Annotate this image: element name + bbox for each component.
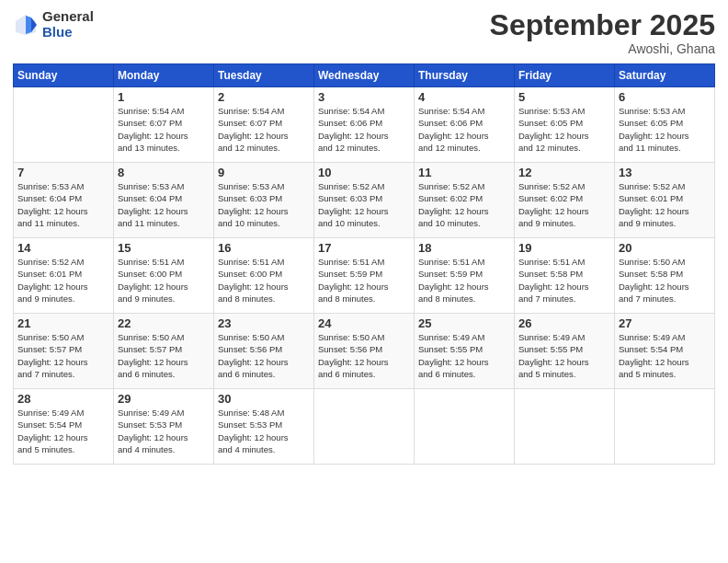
day-info: Sunrise: 5:49 AM Sunset: 5:54 PM Dayligh…: [17, 407, 109, 455]
calendar-cell: 3Sunrise: 5:54 AM Sunset: 6:06 PM Daylig…: [314, 87, 415, 163]
day-number: 24: [318, 316, 410, 330]
day-info: Sunrise: 5:52 AM Sunset: 6:01 PM Dayligh…: [619, 180, 711, 229]
day-number: 3: [318, 90, 410, 104]
calendar-cell: [615, 389, 715, 465]
calendar-cell: 4Sunrise: 5:54 AM Sunset: 6:06 PM Daylig…: [415, 87, 515, 163]
weekday-header: Monday: [114, 64, 214, 87]
day-info: Sunrise: 5:49 AM Sunset: 5:53 PM Dayligh…: [118, 407, 210, 455]
day-number: 22: [118, 316, 210, 330]
calendar-cell: 16Sunrise: 5:51 AM Sunset: 6:00 PM Dayli…: [214, 238, 314, 314]
calendar-week-row: 28Sunrise: 5:49 AM Sunset: 5:54 PM Dayli…: [14, 389, 715, 465]
day-number: 28: [17, 392, 109, 406]
day-info: Sunrise: 5:50 AM Sunset: 5:56 PM Dayligh…: [318, 331, 410, 380]
day-info: Sunrise: 5:54 AM Sunset: 6:07 PM Dayligh…: [218, 105, 310, 154]
weekday-header: Saturday: [615, 64, 715, 87]
day-info: Sunrise: 5:50 AM Sunset: 5:56 PM Dayligh…: [218, 331, 310, 380]
calendar-cell: [14, 87, 114, 163]
day-info: Sunrise: 5:48 AM Sunset: 5:53 PM Dayligh…: [218, 407, 310, 455]
day-number: 10: [318, 166, 410, 179]
logo-icon: [13, 12, 39, 38]
calendar-cell: 5Sunrise: 5:53 AM Sunset: 6:05 PM Daylig…: [515, 87, 615, 163]
day-number: 9: [218, 166, 310, 179]
calendar-cell: 14Sunrise: 5:52 AM Sunset: 6:01 PM Dayli…: [14, 238, 114, 314]
title-month: September 2025: [490, 9, 715, 41]
day-number: 26: [518, 316, 610, 330]
calendar-cell: [415, 389, 515, 465]
day-info: Sunrise: 5:49 AM Sunset: 5:55 PM Dayligh…: [518, 331, 610, 380]
calendar-cell: 27Sunrise: 5:49 AM Sunset: 5:54 PM Dayli…: [615, 314, 715, 389]
calendar-header-row: SundayMondayTuesdayWednesdayThursdayFrid…: [14, 64, 715, 87]
day-info: Sunrise: 5:51 AM Sunset: 5:59 PM Dayligh…: [318, 256, 410, 304]
calendar-week-row: 7Sunrise: 5:53 AM Sunset: 6:04 PM Daylig…: [14, 163, 715, 238]
calendar-cell: 2Sunrise: 5:54 AM Sunset: 6:07 PM Daylig…: [214, 87, 314, 163]
weekday-header: Wednesday: [314, 64, 415, 87]
calendar-week-row: 1Sunrise: 5:54 AM Sunset: 6:07 PM Daylig…: [14, 87, 715, 163]
day-info: Sunrise: 5:53 AM Sunset: 6:05 PM Dayligh…: [619, 105, 711, 154]
calendar-cell: 29Sunrise: 5:49 AM Sunset: 5:53 PM Dayli…: [114, 389, 214, 465]
day-number: 4: [418, 90, 510, 104]
day-number: 25: [418, 316, 510, 330]
day-number: 1: [118, 90, 210, 104]
calendar-cell: 13Sunrise: 5:52 AM Sunset: 6:01 PM Dayli…: [615, 163, 715, 238]
calendar-cell: 30Sunrise: 5:48 AM Sunset: 5:53 PM Dayli…: [214, 389, 314, 465]
calendar-week-row: 21Sunrise: 5:50 AM Sunset: 5:57 PM Dayli…: [14, 314, 715, 389]
svg-marker-2: [26, 16, 31, 34]
calendar-cell: [314, 389, 415, 465]
day-info: Sunrise: 5:51 AM Sunset: 6:00 PM Dayligh…: [218, 256, 310, 304]
day-info: Sunrise: 5:54 AM Sunset: 6:06 PM Dayligh…: [418, 105, 510, 154]
day-number: 11: [418, 166, 510, 179]
calendar-cell: 8Sunrise: 5:53 AM Sunset: 6:04 PM Daylig…: [114, 163, 214, 238]
day-info: Sunrise: 5:54 AM Sunset: 6:06 PM Dayligh…: [318, 105, 410, 154]
weekday-header: Friday: [515, 64, 615, 87]
day-number: 23: [218, 316, 310, 330]
calendar-cell: 24Sunrise: 5:50 AM Sunset: 5:56 PM Dayli…: [314, 314, 415, 389]
day-number: 15: [118, 241, 210, 255]
day-number: 20: [619, 241, 711, 255]
calendar-cell: 11Sunrise: 5:52 AM Sunset: 6:02 PM Dayli…: [415, 163, 515, 238]
page: General Blue September 2025 Awoshi, Ghan…: [0, 0, 728, 563]
header: General Blue September 2025 Awoshi, Ghan…: [13, 9, 715, 56]
title-block: September 2025 Awoshi, Ghana: [490, 9, 715, 56]
calendar-cell: 17Sunrise: 5:51 AM Sunset: 5:59 PM Dayli…: [314, 238, 415, 314]
day-number: 16: [218, 241, 310, 255]
day-info: Sunrise: 5:49 AM Sunset: 5:54 PM Dayligh…: [619, 331, 711, 380]
day-number: 8: [118, 166, 210, 179]
calendar-cell: 26Sunrise: 5:49 AM Sunset: 5:55 PM Dayli…: [515, 314, 615, 389]
day-number: 13: [619, 166, 711, 179]
day-info: Sunrise: 5:52 AM Sunset: 6:03 PM Dayligh…: [318, 180, 410, 229]
logo-general-text: General: [42, 9, 94, 25]
calendar-cell: 1Sunrise: 5:54 AM Sunset: 6:07 PM Daylig…: [114, 87, 214, 163]
day-info: Sunrise: 5:50 AM Sunset: 5:57 PM Dayligh…: [118, 331, 210, 380]
title-location: Awoshi, Ghana: [490, 41, 715, 56]
day-info: Sunrise: 5:52 AM Sunset: 6:01 PM Dayligh…: [17, 256, 109, 304]
weekday-header: Tuesday: [214, 64, 314, 87]
day-number: 2: [218, 90, 310, 104]
day-number: 30: [218, 392, 310, 406]
calendar-cell: [515, 389, 615, 465]
day-number: 17: [318, 241, 410, 255]
weekday-header: Sunday: [14, 64, 114, 87]
logo-text: General Blue: [42, 9, 94, 40]
calendar-cell: 7Sunrise: 5:53 AM Sunset: 6:04 PM Daylig…: [14, 163, 114, 238]
calendar-cell: 20Sunrise: 5:50 AM Sunset: 5:58 PM Dayli…: [615, 238, 715, 314]
calendar-week-row: 14Sunrise: 5:52 AM Sunset: 6:01 PM Dayli…: [14, 238, 715, 314]
day-number: 5: [518, 90, 610, 104]
calendar-cell: 28Sunrise: 5:49 AM Sunset: 5:54 PM Dayli…: [14, 389, 114, 465]
calendar-cell: 22Sunrise: 5:50 AM Sunset: 5:57 PM Dayli…: [114, 314, 214, 389]
calendar-cell: 19Sunrise: 5:51 AM Sunset: 5:58 PM Dayli…: [515, 238, 615, 314]
day-number: 29: [118, 392, 210, 406]
calendar-cell: 12Sunrise: 5:52 AM Sunset: 6:02 PM Dayli…: [515, 163, 615, 238]
calendar-cell: 23Sunrise: 5:50 AM Sunset: 5:56 PM Dayli…: [214, 314, 314, 389]
day-number: 21: [17, 316, 109, 330]
day-info: Sunrise: 5:53 AM Sunset: 6:03 PM Dayligh…: [218, 180, 310, 229]
day-number: 7: [17, 166, 109, 179]
day-info: Sunrise: 5:49 AM Sunset: 5:55 PM Dayligh…: [418, 331, 510, 380]
day-number: 27: [619, 316, 711, 330]
day-info: Sunrise: 5:52 AM Sunset: 6:02 PM Dayligh…: [518, 180, 610, 229]
weekday-header: Thursday: [415, 64, 515, 87]
day-info: Sunrise: 5:51 AM Sunset: 5:58 PM Dayligh…: [518, 256, 610, 304]
day-info: Sunrise: 5:52 AM Sunset: 6:02 PM Dayligh…: [418, 180, 510, 229]
logo-blue-text: Blue: [42, 25, 94, 40]
calendar-cell: 9Sunrise: 5:53 AM Sunset: 6:03 PM Daylig…: [214, 163, 314, 238]
day-number: 18: [418, 241, 510, 255]
